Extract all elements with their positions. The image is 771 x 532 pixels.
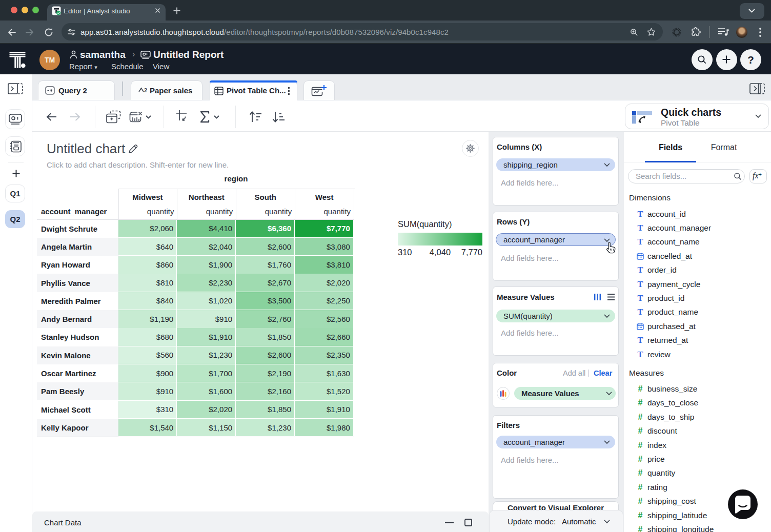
svg-text:2: 2	[144, 87, 147, 93]
